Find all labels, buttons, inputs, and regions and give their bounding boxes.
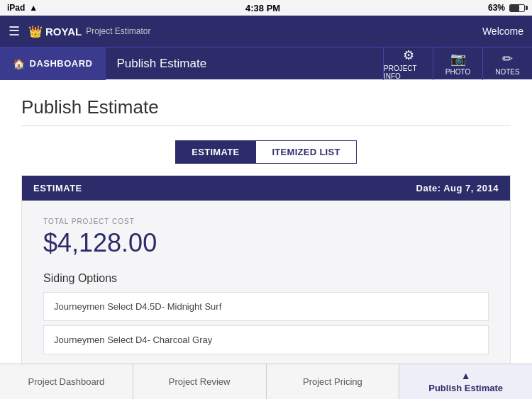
estimate-panel: ESTIMATE Date: Aug 7, 2014 TOTAL PROJECT… [21,175,511,364]
tab-itemized-list[interactable]: ITEMIZED LIST [255,140,356,164]
bottom-tab-dashboard[interactable]: Project Dashboard [0,364,133,399]
ipad-label: iPad [7,3,25,13]
navbar-left: ☰ 👑 ROYAL Project Estimator [9,23,150,39]
gear-icon: ⚙ [403,47,414,63]
battery-icon [509,4,525,12]
list-item: Journeymen Select D4- Charcoal Gray [43,325,489,354]
toolbar: 🏠 DASHBOARD Publish Estimate ⚙ PROJECT I… [0,47,532,79]
estimate-header-label: ESTIMATE [33,183,82,193]
section-title: Siding Options [43,272,489,285]
status-time: 4:38 PM [245,3,280,13]
welcome-text: Welcome [482,26,523,37]
total-amount: $4,128.00 [43,228,489,258]
brand-name: ROYAL [45,26,82,38]
pencil-icon: ✏ [502,51,513,67]
dashboard-button[interactable]: 🏠 DASHBOARD [0,47,106,80]
bottom-tab-review[interactable]: Project Review [133,364,267,399]
notes-button[interactable]: ✏ NOTES [482,47,532,80]
bottom-tab-pricing[interactable]: Project Pricing [267,364,400,399]
page-title: Publish Estimate [21,96,511,126]
estimate-header: ESTIMATE Date: Aug 7, 2014 [22,176,510,201]
home-icon: 🏠 [13,58,26,69]
tab-estimate[interactable]: ESTIMATE [175,140,255,164]
estimate-date: Date: Aug 7, 2014 [416,183,499,193]
photo-button[interactable]: 📷 PHOTO [433,47,482,80]
tabs-container: ESTIMATE ITEMIZED LIST [21,140,511,164]
up-arrow-icon: ▲ [461,370,471,381]
bottom-tab-publish[interactable]: ▲ Publish Estimate [399,364,532,399]
list-item: Journeymen Select D4.5D- Midnight Surf [43,292,489,321]
status-bar: iPad ▲ 4:38 PM 63% [0,0,532,16]
status-right: 63% [488,3,525,13]
project-info-button[interactable]: ⚙ PROJECT INFO [383,47,433,80]
bottom-tabbar: Project Dashboard Project Review Project… [0,364,532,399]
main-content: Publish Estimate ESTIMATE ITEMIZED LIST … [0,79,532,364]
toolbar-right: ⚙ PROJECT INFO 📷 PHOTO ✏ NOTES [383,47,532,80]
battery-percent: 63% [488,3,505,13]
camera-icon: 📷 [450,51,466,67]
notes-label: NOTES [495,68,519,76]
photo-label: PHOTO [445,68,470,76]
navbar: ☰ 👑 ROYAL Project Estimator Welcome [0,16,532,47]
brand: 👑 ROYAL Project Estimator [28,25,150,38]
wifi-icon: ▲ [29,3,38,13]
dashboard-label: DASHBOARD [30,58,93,69]
brand-logo: 👑 ROYAL [28,25,82,38]
brand-subtitle: Project Estimator [86,26,150,36]
status-left: iPad ▲ [7,3,38,13]
crown-icon: 👑 [28,25,43,38]
toolbar-page-title: Publish Estimate [106,57,207,71]
menu-icon[interactable]: ☰ [9,23,20,39]
estimate-body: TOTAL PROJECT COST $4,128.00 Siding Opti… [22,201,510,364]
toolbar-left: 🏠 DASHBOARD Publish Estimate [0,47,206,80]
project-info-label: PROJECT INFO [384,64,433,80]
total-label: TOTAL PROJECT COST [43,218,489,225]
